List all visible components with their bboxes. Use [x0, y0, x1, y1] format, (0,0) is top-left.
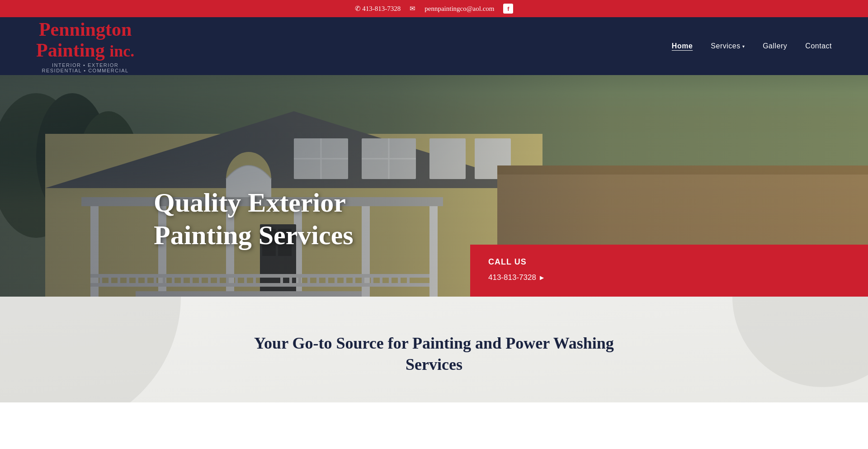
- logo-text: Pennington Painting inc.: [36, 19, 134, 61]
- nav-services[interactable]: Services ▾: [711, 42, 745, 50]
- content-section: Your Go-to Source for Painting and Power…: [0, 297, 868, 402]
- call-us-label: CALL US: [488, 257, 850, 267]
- hero-section: Quality Exterior Painting Services CALL …: [0, 75, 868, 297]
- content-heading: Your Go-to Source for Painting and Power…: [253, 333, 615, 375]
- facebook-icon[interactable]: f: [503, 4, 513, 14]
- nav-contact[interactable]: Contact: [805, 42, 832, 50]
- hero-title: Quality Exterior Painting Services: [154, 186, 354, 251]
- email-icon: ✉: [410, 5, 415, 13]
- logo[interactable]: Pennington Painting inc. Interior • Exte…: [36, 19, 134, 73]
- hero-title-line2: Painting Services: [154, 220, 354, 250]
- chevron-down-icon: ▾: [742, 44, 745, 49]
- logo-subtitle: Interior • ExteriorResidential • Commerc…: [42, 62, 128, 73]
- call-us-number[interactable]: 413-813-7328 ▶: [488, 273, 850, 282]
- nav-gallery[interactable]: Gallery: [763, 42, 787, 50]
- arrow-icon: ▶: [540, 274, 544, 281]
- call-us-box: CALL US 413-813-7328 ▶: [470, 245, 868, 297]
- nav-home[interactable]: Home: [672, 42, 693, 50]
- hero-title-line1: Quality Exterior: [154, 188, 346, 217]
- email-link[interactable]: pennpaintingco@aol.com: [425, 5, 494, 13]
- logo-line2: Painting: [36, 40, 105, 61]
- phone-number[interactable]: 413-813-7328: [355, 5, 401, 13]
- content-heading-line1: Your Go-to Source for Painting and Power…: [254, 334, 614, 352]
- hero-content: Quality Exterior Painting Services: [154, 186, 354, 251]
- logo-line3: inc.: [109, 42, 134, 60]
- content-heading-line2: Services: [406, 355, 462, 373]
- nav-links: Home Services ▾ Gallery Contact: [672, 42, 832, 50]
- top-bar: 413-813-7328 ✉ pennpaintingco@aol.com f: [0, 0, 868, 17]
- logo-line1: Pennington: [39, 19, 132, 40]
- navbar: Pennington Painting inc. Interior • Exte…: [0, 17, 868, 75]
